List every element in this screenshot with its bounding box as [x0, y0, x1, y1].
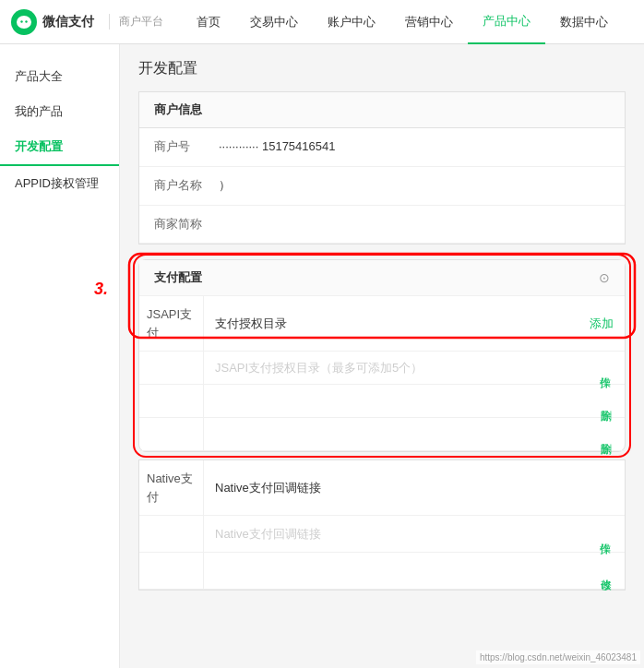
watermark: https://blog.csdn.net/weixin_46023481: [476, 650, 640, 664]
jsapi-placeholder-row: JSAPI支付授权目录（最多可添加5个） 操作: [139, 352, 625, 385]
merchant-id-value: ············ 15175416541: [219, 137, 610, 157]
sidebar: 2. 产品大全 我的产品 开发配置 APPID接权管理: [0, 44, 120, 668]
merchant-info-header: 商户信息: [139, 92, 625, 128]
native-placeholder-content: Native支付回调链接 操作: [204, 516, 625, 552]
merchant-name-label: 商户名称: [154, 176, 219, 196]
jsapi-empty-label: [139, 352, 204, 384]
native-callback-label: Native支付回调链接: [215, 480, 321, 496]
svg-point-1: [20, 20, 22, 22]
nav-home[interactable]: 首页: [182, 0, 235, 44]
merchant-name-value: ）: [219, 176, 610, 196]
jsapi-empty-spacer-2: [139, 418, 204, 450]
jsapi-auth-dir-label: 支付授权目录: [215, 316, 287, 332]
platform-label: 商户平台: [109, 14, 163, 30]
payment-config-header: 支付配置 ⊙: [139, 260, 625, 296]
jsapi-placeholder-content: JSAPI支付授权目录（最多可添加5个） 操作: [204, 352, 625, 384]
native-callback-header: Native支付回调链接: [204, 460, 625, 515]
page-title: 开发配置: [138, 59, 626, 78]
payment-config-wrapper: 支付配置 ⊙ JSAPI支付 支付授权目录 添加 JSAPI支付授权目录（最多可…: [138, 259, 626, 452]
nav-links: 首页 交易中心 账户中心 营销中心 产品中心 数据中心: [182, 0, 633, 44]
native-empty-label-2: [139, 553, 204, 589]
nav-trade[interactable]: 交易中心: [235, 0, 313, 44]
top-nav: 微信支付 商户平台 首页 交易中心 账户中心 营销中心 产品中心 数据中心: [0, 0, 644, 44]
jsapi-payment-label: JSAPI支付: [139, 296, 204, 351]
jsapi-delete-content-1: 删除: [204, 385, 625, 417]
nav-marketing[interactable]: 营销中心: [390, 0, 468, 44]
native-payment-label: Native支付: [139, 460, 204, 515]
jsapi-header-row: JSAPI支付 支付授权目录 添加: [139, 296, 625, 352]
nav-data[interactable]: 数据中心: [545, 0, 623, 44]
native-placeholder-text: Native支付回调链接: [215, 526, 321, 543]
jsapi-delete-content-2: 删除: [204, 418, 625, 450]
payment-config-title: 支付配置: [154, 269, 202, 286]
logo-label: 微信支付: [42, 14, 94, 30]
merchant-name-row: 商户名称 ）: [139, 167, 625, 206]
logo-area: 微信支付: [11, 9, 94, 35]
jsapi-empty-spacer-1: [139, 385, 204, 417]
payment-config-card: 支付配置 ⊙ JSAPI支付 支付授权目录 添加 JSAPI支付授权目录（最多可…: [138, 259, 626, 452]
jsapi-auth-dir-row: 支付授权目录 添加: [204, 296, 625, 351]
nav-product[interactable]: 产品中心: [468, 0, 545, 44]
svg-point-2: [25, 20, 27, 22]
sidebar-item-my-product[interactable]: 我的产品: [0, 94, 119, 129]
sidebar-item-dev-config[interactable]: 开发配置: [0, 129, 119, 166]
nav-account[interactable]: 账户中心: [313, 0, 390, 44]
merchant-short-name-row: 商家简称: [139, 206, 625, 245]
merchant-id-label: 商户号: [154, 137, 219, 157]
native-config-card: Native支付 Native支付回调链接 Native支付回调链接 操作 修改: [138, 459, 626, 590]
merchant-id-row: 商户号 ············ 15175416541: [139, 128, 625, 167]
wechat-pay-logo-icon: [11, 9, 37, 35]
native-header-row: Native支付 Native支付回调链接: [139, 460, 625, 516]
annotation-3: 3.: [94, 280, 108, 299]
native-modify-content: 修改: [204, 553, 625, 589]
jsapi-placeholder-text: JSAPI支付授权目录（最多可添加5个）: [215, 360, 423, 376]
svg-point-0: [17, 16, 31, 29]
payment-config-settings-icon[interactable]: ⊙: [599, 270, 610, 285]
native-modify-row: 修改: [139, 553, 625, 590]
layout: 2. 产品大全 我的产品 开发配置 APPID接权管理 开发配置 商户信息 商户…: [0, 44, 644, 668]
native-placeholder-row: Native支付回调链接 操作: [139, 516, 625, 553]
sidebar-item-appid[interactable]: APPID接权管理: [0, 166, 119, 201]
jsapi-add-link[interactable]: 添加: [590, 316, 614, 332]
jsapi-delete-row-1: 删除: [139, 385, 625, 418]
main-content: 开发配置 商户信息 商户号 ············ 15175416541 商…: [120, 44, 644, 668]
sidebar-item-product-all[interactable]: 产品大全: [0, 59, 119, 94]
merchant-short-name-label: 商家简称: [154, 215, 219, 234]
jsapi-delete-row-2: 删除: [139, 418, 625, 451]
merchant-info-card: 商户信息 商户号 ············ 15175416541 商户名称 ）…: [138, 91, 626, 245]
native-empty-label: [139, 516, 204, 552]
